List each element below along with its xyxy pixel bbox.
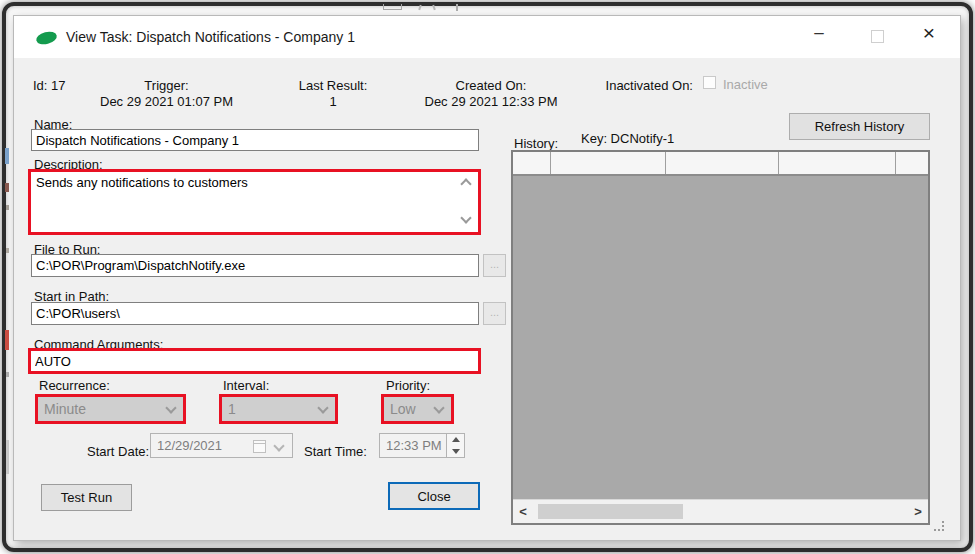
test-run-button[interactable]: Test Run [41, 484, 132, 511]
start-time-value: 12:33 PM [386, 438, 442, 453]
history-column-header[interactable] [666, 152, 779, 174]
spinner-down-icon[interactable] [447, 446, 464, 458]
calendar-icon [253, 440, 266, 453]
start-time-field[interactable]: 12:33 PM [379, 433, 465, 458]
minimize-button[interactable]: – [804, 23, 834, 43]
inactivated-on-label: Inactivated On: [581, 78, 693, 93]
task-id-label: Id: 17 [33, 78, 66, 93]
scroll-right-icon[interactable]: > [908, 504, 928, 519]
maximize-icon [871, 30, 884, 43]
chevron-down-icon [433, 402, 444, 413]
last-result-value: 1 [273, 94, 393, 109]
command-arguments-input[interactable] [28, 348, 481, 374]
trigger-label: Trigger: [74, 78, 259, 93]
history-horizontal-scrollbar[interactable]: < > [513, 499, 928, 523]
scroll-down-icon[interactable] [460, 212, 471, 223]
maximize-button [862, 30, 892, 46]
path-browse-button[interactable]: ... [483, 302, 506, 325]
history-grid-body [513, 176, 928, 499]
name-input[interactable] [31, 129, 479, 151]
view-task-dialog: View Task: Dispatch Notifications - Comp… [13, 15, 961, 541]
history-grid: < > [511, 150, 930, 525]
resize-grip-icon[interactable] [934, 521, 944, 531]
chevron-down-icon [273, 440, 284, 451]
created-on-label: Created On: [391, 78, 591, 93]
window-title: View Task: Dispatch Notifications - Comp… [66, 29, 355, 45]
history-column-header[interactable] [513, 152, 551, 174]
chevron-down-icon [165, 402, 176, 413]
history-column-header[interactable] [551, 152, 666, 174]
priority-value: Low [390, 401, 416, 417]
last-result-label: Last Result: [273, 78, 393, 93]
history-key-label: Key: DCNotify-1 [581, 131, 674, 146]
scroll-up-icon[interactable] [460, 178, 471, 189]
history-label: History: [514, 136, 558, 151]
title-bar: View Task: Dispatch Notifications - Comp… [14, 16, 960, 58]
priority-label: Priority: [386, 378, 430, 393]
interval-value: 1 [228, 401, 236, 417]
trigger-value: Dec 29 2021 01:07 PM [74, 94, 259, 109]
file-to-run-input[interactable] [31, 254, 479, 277]
scrollbar-thumb[interactable] [538, 504, 683, 519]
scroll-left-icon[interactable]: < [513, 504, 533, 519]
start-date-value: 12/29/2021 [157, 438, 222, 453]
created-on-value: Dec 29 2021 12:33 PM [391, 94, 591, 109]
recurrence-dropdown[interactable]: Minute [35, 394, 186, 424]
history-column-header[interactable] [896, 152, 928, 174]
spinner-up-icon[interactable] [447, 434, 464, 446]
recurrence-label: Recurrence: [39, 378, 110, 393]
interval-label: Interval: [223, 378, 269, 393]
start-time-label: Start Time: [304, 444, 367, 459]
recurrence-value: Minute [44, 401, 86, 417]
start-in-path-input[interactable] [31, 302, 479, 325]
history-column-header[interactable] [779, 152, 896, 174]
file-browse-button[interactable]: ... [483, 254, 506, 277]
chevron-down-icon [317, 402, 328, 413]
priority-dropdown[interactable]: Low [381, 394, 454, 424]
inactive-checkbox-label: Inactive [723, 77, 768, 92]
history-grid-header [513, 152, 928, 176]
description-text: Sends any notifications to customers [36, 175, 248, 190]
close-button[interactable]: Close [388, 482, 480, 510]
close-window-button[interactable]: × [914, 21, 944, 45]
description-textarea[interactable]: Sends any notifications to customers [28, 169, 481, 235]
time-spinner[interactable] [446, 434, 464, 457]
refresh-history-button[interactable]: Refresh History [789, 113, 930, 140]
app-icon [35, 30, 58, 47]
start-date-label: Start Date: [87, 444, 149, 459]
start-date-field[interactable]: 12/29/2021 [150, 433, 293, 458]
inactive-checkbox [703, 76, 716, 89]
interval-dropdown[interactable]: 1 [219, 394, 338, 424]
